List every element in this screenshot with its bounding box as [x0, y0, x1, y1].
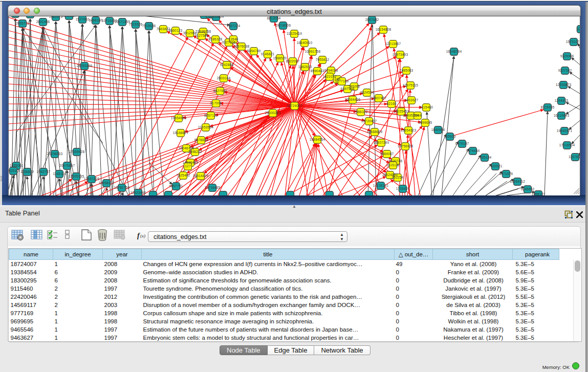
svg-text:917006: 917006: [210, 101, 222, 105]
svg-text:10973493: 10973493: [393, 53, 408, 56]
svg-text:7515536: 7515536: [142, 24, 156, 28]
svg-text:12975115: 12975115: [403, 83, 418, 87]
svg-text:12093873: 12093873: [556, 83, 572, 86]
svg-text:19654923: 19654923: [401, 128, 417, 132]
svg-text:7485063: 7485063: [400, 69, 413, 72]
svg-text:252254: 252254: [392, 176, 404, 179]
svg-text:9146821: 9146821: [261, 52, 275, 56]
svg-text:6466160: 6466160: [89, 18, 103, 22]
svg-text:6479197: 6479197: [455, 142, 469, 145]
svg-text:8990443: 8990443: [311, 69, 324, 73]
svg-text:1733426: 1733426: [396, 187, 410, 190]
svg-text:7986322: 7986322: [354, 110, 368, 114]
svg-text:28053346: 28053346: [77, 64, 93, 68]
svg-text:9245652: 9245652: [521, 187, 535, 191]
svg-text:1588520: 1588520: [273, 56, 287, 60]
svg-text:14136141: 14136141: [373, 184, 389, 187]
svg-text:1858127: 1858127: [532, 192, 546, 195]
svg-text:9474444: 9474444: [466, 149, 480, 152]
svg-text:7557224: 7557224: [227, 24, 241, 28]
svg-text:12923446: 12923446: [130, 191, 146, 194]
svg-text:15716485: 15716485: [205, 186, 221, 189]
svg-text:935923: 935923: [444, 135, 456, 138]
svg-text:20975867: 20975867: [59, 164, 75, 167]
svg-text:10688609: 10688609: [367, 130, 383, 134]
svg-text:10025453: 10025453: [394, 110, 409, 113]
svg-text:20206533: 20206533: [47, 152, 63, 156]
svg-text:9242848: 9242848: [220, 63, 234, 67]
svg-text:6794028: 6794028: [324, 69, 338, 72]
svg-text:8322037: 8322037: [286, 59, 300, 63]
svg-text:11325419: 11325419: [287, 32, 302, 35]
svg-text:10807487: 10807487: [371, 96, 387, 100]
svg-text:9115460: 9115460: [420, 105, 433, 109]
svg-text:7632621: 7632621: [489, 164, 503, 168]
svg-text:16914479: 16914479: [193, 174, 209, 178]
svg-text:10671355: 10671355: [115, 20, 130, 24]
svg-text:8944: 8944: [413, 114, 421, 117]
svg-text:8678834: 8678834: [194, 138, 208, 142]
svg-text:23226058: 23226058: [195, 30, 211, 33]
svg-text:12505135: 12505135: [69, 174, 84, 178]
svg-text:3624554: 3624554: [360, 91, 374, 94]
svg-text:1985371: 1985371: [49, 16, 63, 18]
svg-text:11353594: 11353594: [198, 125, 213, 129]
svg-text:20364436: 20364436: [345, 98, 361, 101]
svg-text:9329966: 9329966: [560, 54, 574, 58]
svg-text:1640954: 1640954: [431, 128, 445, 132]
svg-text:7515526: 7515526: [129, 23, 143, 26]
svg-text:15720407: 15720407: [361, 119, 377, 123]
svg-text:1615132: 1615132: [386, 163, 400, 167]
svg-text:8267110: 8267110: [204, 114, 217, 117]
svg-text:2935134: 2935134: [478, 156, 492, 159]
svg-text:9227342: 9227342: [558, 69, 572, 72]
svg-text:2691406: 2691406: [36, 20, 50, 24]
svg-text:1935061: 1935061: [10, 164, 24, 167]
svg-text:9084067: 9084067: [380, 152, 394, 156]
svg-text:12213967: 12213967: [385, 42, 401, 46]
svg-text:16154808: 16154808: [376, 28, 391, 31]
svg-text:(x): (x): [140, 233, 145, 238]
svg-text:127: 127: [185, 164, 191, 168]
svg-text:14099489: 14099489: [183, 161, 199, 164]
svg-text:17359928: 17359928: [69, 150, 85, 154]
svg-text:1167534: 1167534: [569, 155, 580, 159]
svg-text:16648784: 16648784: [446, 50, 462, 53]
svg-text:17016504: 17016504: [559, 143, 575, 147]
svg-text:6120746: 6120746: [389, 159, 403, 163]
svg-text:1527602: 1527602: [76, 17, 90, 21]
svg-text:3915114: 3915114: [9, 169, 20, 172]
svg-text:9857791: 9857791: [169, 184, 183, 188]
svg-text:19166827: 19166827: [173, 131, 189, 135]
svg-text:11123: 11123: [576, 27, 580, 31]
svg-text:10958107: 10958107: [99, 181, 115, 185]
svg-text:1362615: 1362615: [298, 65, 312, 69]
svg-text:7625402: 7625402: [177, 173, 190, 177]
svg-text:1156829: 1156829: [20, 170, 34, 173]
svg-text:2803144: 2803144: [217, 76, 231, 80]
svg-text:9327508: 9327508: [222, 40, 236, 44]
svg-text:1145114: 1145114: [53, 172, 66, 176]
svg-text:8427552: 8427552: [213, 89, 227, 93]
svg-text:8454749: 8454749: [247, 49, 261, 53]
svg-text:16033809: 16033809: [208, 16, 224, 18]
svg-text:9899695: 9899695: [419, 121, 432, 124]
svg-text:18724007: 18724007: [287, 104, 302, 107]
svg-text:16640910: 16640910: [297, 41, 313, 45]
svg-text:28676038: 28676038: [234, 45, 250, 48]
svg-text:19756928: 19756928: [398, 144, 413, 148]
svg-text:8186328: 8186328: [209, 37, 223, 41]
svg-text:3498222: 3498222: [188, 150, 202, 154]
svg-text:7663822: 7663822: [157, 27, 170, 31]
svg-text:2087682: 2087682: [365, 18, 379, 21]
svg-text:19692971: 19692971: [557, 129, 573, 133]
svg-text:8471676: 8471676: [499, 172, 513, 176]
svg-text:16782759: 16782759: [114, 186, 130, 189]
svg-text:9463627: 9463627: [405, 98, 419, 102]
svg-text:19218906: 19218906: [275, 24, 291, 27]
svg-text:1244415: 1244415: [555, 99, 569, 102]
svg-text:2055712: 2055712: [16, 21, 30, 25]
svg-text:10654112: 10654112: [510, 180, 525, 183]
svg-text:746266: 746266: [349, 84, 360, 88]
svg-text:10653257: 10653257: [61, 16, 77, 17]
